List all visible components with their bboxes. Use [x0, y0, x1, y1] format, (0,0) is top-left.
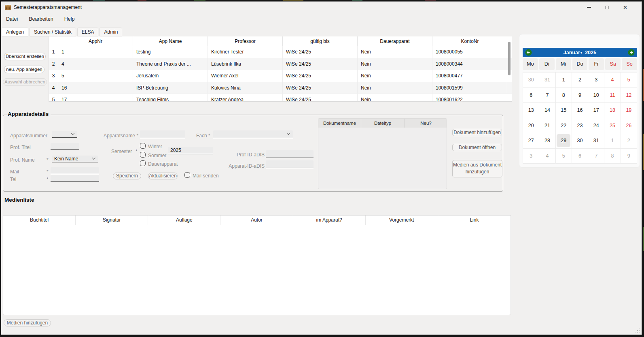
calendar-day[interactable]: 3	[523, 149, 539, 164]
resize-grip[interactable]	[635, 328, 640, 333]
apparat-id-adis-input[interactable]	[266, 160, 314, 168]
prof-titel-input[interactable]	[51, 143, 79, 150]
apparatsname-label: Apparatsname *	[104, 133, 138, 139]
cell: 1008000055	[432, 46, 507, 58]
calendar-day[interactable]: 17	[588, 103, 604, 118]
neu-app-anlegen-button[interactable]: neu. App anlegen	[4, 66, 44, 73]
dauerapparat-radio[interactable]	[140, 160, 146, 166]
col-kontonr: KontoNr	[432, 36, 507, 46]
dauerapparat-label: Dauerapparat	[148, 161, 178, 167]
dokument-oeffnen-button[interactable]: Dokument öffnen	[452, 144, 502, 151]
menu-help[interactable]: Help	[64, 16, 75, 22]
menu-datei[interactable]: Datei	[6, 16, 18, 22]
calendar-day[interactable]: 5	[556, 149, 572, 164]
dokument-hinzufuegen-button[interactable]: Dokument hinzufügen	[452, 129, 502, 136]
calendar-day[interactable]: 6	[572, 149, 588, 164]
minimize-button[interactable]	[580, 2, 598, 13]
table-row[interactable]: 11testingKirchner TesterWiSe 24/25Nein10…	[49, 46, 512, 58]
calendar-day[interactable]: 8	[556, 88, 572, 103]
cell: WiSe 24/25	[283, 58, 358, 70]
tab-suchen-statistik[interactable]: Suchen / Statistik	[30, 28, 76, 36]
calendar-day[interactable]: 1	[604, 133, 621, 149]
calendar-day[interactable]: 21	[539, 118, 555, 134]
uebersicht-erstellen-button[interactable]: Übersicht erstellen	[4, 53, 46, 60]
calendar-day[interactable]: 19	[621, 103, 637, 118]
sommer-radio[interactable]	[140, 152, 146, 158]
calendar-day[interactable]: 15	[556, 103, 572, 118]
calendar-day[interactable]: 8	[604, 149, 621, 164]
close-button[interactable]: ✕	[616, 2, 634, 13]
calendar-day[interactable]: 31	[588, 133, 604, 149]
calendar-day[interactable]: 11	[604, 88, 621, 103]
cell: WiSe 24/25	[283, 94, 358, 102]
maximize-button[interactable]	[598, 2, 616, 13]
apparatsnummer-select[interactable]	[52, 131, 77, 138]
apparatsname-input[interactable]	[140, 130, 185, 138]
calendar-day[interactable]: 6	[523, 88, 539, 103]
calendar-day[interactable]: 7	[588, 149, 604, 164]
mail-senden-radio[interactable]	[184, 172, 190, 178]
calendar-prev-button[interactable]	[525, 49, 532, 56]
calendar-day[interactable]: 23	[572, 118, 588, 134]
weekday-so: So	[622, 58, 637, 70]
calendar-day[interactable]: 25	[604, 118, 621, 134]
calendar-day[interactable]: 2	[572, 73, 588, 88]
fach-select[interactable]	[213, 130, 293, 138]
table-row[interactable]: 416ISP-BetreuungKulovics NinaWiSe 24/25N…	[49, 82, 512, 94]
winter-radio[interactable]	[140, 143, 146, 149]
medien-hinzufuegen-button[interactable]: Medien hinzufügen	[4, 319, 51, 326]
col-professor: Professor	[208, 36, 283, 46]
cell: 5	[58, 70, 133, 82]
calendar-day[interactable]: 1	[556, 73, 572, 88]
calendar-day[interactable]: 13	[523, 103, 539, 118]
calendar-day[interactable]: 30	[572, 133, 588, 149]
prof-name-label: Prof. Name	[10, 157, 35, 163]
medien-aus-dokument-button[interactable]: Medien aus Dokument hinzufügen	[452, 160, 502, 177]
calendar-day[interactable]: 14	[539, 103, 555, 118]
tab-admin[interactable]: Admin	[100, 28, 122, 36]
calendar-day[interactable]: 12	[621, 88, 637, 103]
calendar-day[interactable]: 18	[604, 103, 621, 118]
table-row[interactable]: 24Theorie und Praxis der ...Lüsebrink Il…	[49, 58, 512, 70]
tab-elsa[interactable]: ELSA	[77, 28, 99, 36]
calendar-day[interactable]: 10	[588, 88, 604, 103]
mail-input[interactable]	[51, 167, 99, 174]
calendar-year[interactable]: 2025	[585, 50, 596, 55]
documents-table-header: DokumentnameDateitypNeu?	[318, 119, 447, 128]
scrollbar-thumb[interactable]	[508, 42, 511, 75]
prof-name-select[interactable]: Kein Name	[52, 156, 98, 162]
calendar-day[interactable]: 7	[539, 88, 555, 103]
calendar-day[interactable]: 3	[588, 73, 604, 88]
calendar-day[interactable]: 9	[621, 149, 637, 164]
calendar-day[interactable]: 9	[572, 88, 588, 103]
tel-input[interactable]	[51, 175, 99, 182]
calendar-day[interactable]: 30	[523, 73, 539, 88]
table-row[interactable]: 35JerusalemWiemer AxelWiSe 24/25Nein1008…	[49, 70, 512, 82]
aktualisieren-button[interactable]: Aktualisieren	[148, 173, 178, 179]
table-row[interactable]: 517Teaching FilmsKratzer AndreaWiSe 24/2…	[49, 94, 512, 102]
tab-anlegen[interactable]: Anlegen	[2, 28, 28, 36]
semester-year-input[interactable]: 2025	[168, 147, 213, 154]
calendar-day[interactable]: 27	[523, 133, 539, 149]
calendar-day[interactable]: 2	[621, 133, 637, 149]
calendar-header: Januar▾2025	[523, 48, 637, 57]
calendar-day[interactable]: 20	[523, 118, 539, 134]
calendar-day[interactable]: 24	[588, 118, 604, 134]
calendar-day[interactable]: 4	[604, 73, 621, 88]
calendar-month[interactable]: Januar	[564, 50, 580, 55]
calendar-day[interactable]: 28	[539, 133, 555, 149]
menu-bearbeiten[interactable]: Bearbeiten	[29, 16, 53, 22]
calendar-day[interactable]: 4	[539, 149, 555, 164]
speichern-button[interactable]: Speichern	[113, 173, 141, 179]
calendar-day[interactable]: 26	[621, 118, 637, 134]
calendar-day[interactable]: 29	[556, 133, 572, 149]
prof-id-adis-input[interactable]	[266, 150, 314, 158]
calendar-next-button[interactable]	[628, 49, 635, 56]
calendar-day[interactable]: 22	[556, 118, 572, 134]
medienliste-header: BuchtitelSignaturAuflageAutorim Apparat?…	[3, 215, 511, 225]
apps-table-scrollbar[interactable]	[508, 47, 511, 101]
calendar-day[interactable]: 16	[572, 103, 588, 118]
calendar-day[interactable]: 31	[539, 73, 555, 88]
calendar-day[interactable]: 5	[621, 73, 637, 88]
cell: Nein	[358, 46, 432, 58]
